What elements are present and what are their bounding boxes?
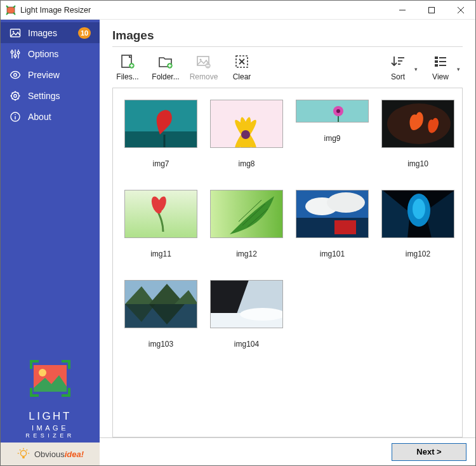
svg-line-23: [12, 98, 13, 99]
image-icon: [10, 27, 21, 39]
eye-icon: [10, 69, 21, 81]
sort-dropdown[interactable]: Sort ▾: [383, 53, 418, 81]
svg-rect-82: [296, 218, 368, 238]
brand-logo-icon: [23, 356, 77, 401]
sidebar-item-options[interactable]: Options: [1, 43, 100, 64]
footer: Next >: [100, 437, 475, 465]
main-panel: Images Files... Folder...: [100, 20, 475, 465]
svg-line-33: [20, 449, 20, 450]
thumbnail-label: img103: [149, 340, 173, 349]
vendor-label: Obviousidea!: [34, 449, 84, 459]
folder-add-icon: [157, 53, 174, 70]
sidebar-item-preview[interactable]: Preview: [1, 64, 100, 85]
thumbnail[interactable]: img101: [296, 190, 369, 258]
thumbnail-image: [296, 190, 369, 238]
svg-line-22: [18, 92, 19, 93]
svg-rect-58: [439, 61, 446, 62]
svg-rect-0: [7, 7, 15, 13]
svg-rect-68: [296, 100, 368, 123]
thumbnail[interactable]: img11: [124, 190, 197, 258]
brand-logo: LIGHT IMAGE RESIZER: [1, 351, 100, 443]
toolbar: Files... Folder... Remove: [112, 47, 463, 88]
view-dropdown[interactable]: View ▾: [425, 53, 460, 81]
thumbnail-image: [381, 100, 454, 148]
svg-rect-85: [334, 220, 356, 234]
sidebar-item-label: Images: [28, 28, 57, 38]
svg-line-34: [27, 449, 27, 450]
gear-icon: [10, 90, 21, 102]
thumbnails-panel[interactable]: img7img8img9img10img11img12img101img102i…: [112, 88, 463, 437]
view-list-icon: [432, 53, 449, 70]
chevron-down-icon: ▾: [457, 66, 460, 72]
thumbnail-label: img104: [234, 340, 259, 349]
svg-line-20: [12, 92, 13, 93]
thumbnail-image: [210, 190, 283, 238]
maximize-button[interactable]: [417, 1, 446, 20]
svg-rect-55: [435, 60, 438, 63]
svg-point-11: [14, 55, 17, 57]
svg-rect-56: [435, 64, 438, 67]
lightbulb-icon: [17, 447, 30, 461]
svg-rect-74: [125, 190, 197, 238]
sidebar-item-label: Preview: [28, 70, 60, 80]
svg-point-10: [11, 51, 13, 53]
thumbnail-label: img10: [407, 159, 428, 168]
thumbnail[interactable]: img9: [296, 100, 369, 168]
file-add-icon: [119, 53, 136, 70]
svg-point-88: [413, 199, 425, 219]
chevron-down-icon: ▾: [414, 66, 418, 72]
svg-rect-61: [125, 131, 197, 148]
info-icon: [10, 111, 21, 123]
brand-logo-text: LIGHT IMAGE RESIZER: [1, 409, 100, 440]
images-count-badge: 10: [78, 27, 91, 39]
page-title: Images: [112, 29, 463, 43]
sort-icon: [390, 53, 406, 70]
clear-button[interactable]: Clear: [227, 53, 257, 81]
svg-point-70: [336, 109, 340, 113]
svg-point-6: [13, 30, 15, 32]
window-title: Light Image Resizer: [20, 6, 91, 15]
thumbnail[interactable]: img10: [381, 100, 454, 168]
next-button[interactable]: Next >: [392, 443, 466, 461]
svg-point-28: [39, 369, 46, 376]
thumbnail-image: [124, 190, 197, 238]
thumbnail-label: img8: [238, 159, 255, 168]
svg-rect-2: [429, 7, 435, 13]
thumbnail-image: [381, 190, 454, 238]
svg-line-21: [18, 98, 19, 99]
minimize-button[interactable]: [388, 1, 417, 20]
sliders-icon: [10, 48, 21, 60]
thumbnail-image: [296, 100, 369, 123]
thumbnail[interactable]: img8: [210, 100, 283, 168]
add-folder-button[interactable]: Folder...: [150, 53, 181, 81]
vendor-link[interactable]: Obviousidea!: [1, 443, 100, 465]
svg-point-67: [241, 130, 250, 139]
thumbnail[interactable]: img103: [124, 280, 197, 349]
svg-point-26: [15, 114, 16, 115]
svg-rect-57: [439, 57, 446, 58]
thumbnail-image: [124, 100, 197, 148]
titlebar[interactable]: Light Image Resizer: [1, 1, 475, 20]
svg-rect-59: [439, 65, 446, 66]
thumbnail[interactable]: img12: [210, 190, 283, 258]
clear-icon: [234, 53, 250, 70]
thumbnail-label: img9: [324, 134, 340, 143]
thumbnail[interactable]: img104: [210, 280, 283, 349]
svg-point-44: [200, 59, 202, 61]
thumbnail-image: [210, 280, 283, 328]
thumbnail-image: [210, 100, 283, 148]
thumbnail[interactable]: img7: [124, 100, 197, 168]
sidebar-item-settings[interactable]: Settings: [1, 85, 100, 106]
nav: Images 10 Options Preview: [1, 20, 100, 127]
sidebar-item-images[interactable]: Images 10: [1, 22, 100, 43]
close-button[interactable]: [446, 1, 475, 20]
thumbnail-label: img7: [152, 159, 169, 168]
remove-button[interactable]: Remove: [188, 53, 219, 81]
add-files-button[interactable]: Files...: [112, 53, 143, 81]
sidebar-item-label: Options: [28, 49, 58, 59]
thumbnail[interactable]: img102: [381, 190, 454, 258]
svg-rect-35: [22, 456, 25, 458]
sidebar: Images 10 Options Preview: [1, 20, 100, 465]
sidebar-item-about[interactable]: About: [1, 106, 100, 127]
sidebar-item-label: About: [28, 112, 51, 122]
